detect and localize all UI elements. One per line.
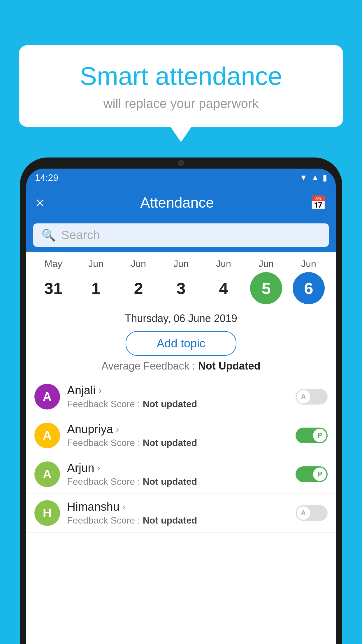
student-info: Anjali ›Feedback Score : Not updated xyxy=(67,384,289,410)
student-info: Anupriya ›Feedback Score : Not updated xyxy=(67,423,289,448)
calendar-day[interactable]: May31 xyxy=(34,258,72,304)
search-bar[interactable]: 🔍 Search xyxy=(33,223,329,247)
calendar-day[interactable]: Jun3 xyxy=(162,258,200,304)
student-name: Arjun › xyxy=(67,461,289,475)
cal-date: 3 xyxy=(165,272,197,304)
calendar-day[interactable]: Jun6 xyxy=(290,258,328,304)
phone-notch xyxy=(161,158,201,169)
search-bar-container: 🔍 Search xyxy=(26,219,336,252)
speech-bubble-container: Smart attendance will replace your paper… xyxy=(19,45,343,127)
attendance-toggle[interactable]: P xyxy=(296,428,328,443)
selected-date-label: Thursday, 06 June 2019 xyxy=(26,307,336,327)
status-icons: ▼ ▲ ▮ xyxy=(300,173,327,183)
student-feedback: Feedback Score : Not updated xyxy=(67,399,289,410)
toggle-knob: A xyxy=(297,506,310,520)
app-toolbar: × Attendance 📅 xyxy=(26,187,336,219)
toggle-knob: A xyxy=(297,390,310,403)
student-item[interactable]: AAnupriya ›Feedback Score : Not updatedP xyxy=(26,416,336,455)
cal-date: 4 xyxy=(208,272,240,304)
calendar-day[interactable]: Jun2 xyxy=(120,258,157,304)
chevron-icon: › xyxy=(97,463,100,473)
avg-feedback-value: Not Updated xyxy=(198,360,261,372)
cal-month: Jun xyxy=(259,258,274,269)
cal-month: Jun xyxy=(173,258,189,269)
add-topic-button[interactable]: Add topic xyxy=(126,331,236,356)
calendar-strip: May31Jun1Jun2Jun3Jun4Jun5Jun6 xyxy=(26,252,336,307)
search-icon: 🔍 xyxy=(41,228,56,242)
avatar: H xyxy=(34,500,60,526)
cal-date: 6 xyxy=(293,272,325,304)
toolbar-title: Attendance xyxy=(140,194,214,211)
phone-frame: 14:29 ▼ ▲ ▮ × Attendance 📅 🔍 Search May3… xyxy=(20,158,342,644)
cal-date: 2 xyxy=(122,272,154,304)
cal-month: May xyxy=(45,258,62,269)
status-time: 14:29 xyxy=(35,172,58,183)
bubble-title: Smart attendance xyxy=(36,61,326,91)
cal-date: 31 xyxy=(37,272,69,304)
cal-date: 1 xyxy=(80,272,112,304)
battery-icon: ▮ xyxy=(323,173,327,183)
student-item[interactable]: HHimanshu ›Feedback Score : Not updatedA xyxy=(26,494,336,533)
student-info: Arjun ›Feedback Score : Not updated xyxy=(67,461,289,487)
cal-month: Jun xyxy=(216,258,231,269)
close-button[interactable]: × xyxy=(36,194,44,211)
calendar-day[interactable]: Jun1 xyxy=(77,258,115,304)
avatar: A xyxy=(34,423,60,448)
calendar-icon[interactable]: 📅 xyxy=(310,195,326,211)
chevron-icon: › xyxy=(116,424,119,435)
attendance-toggle[interactable]: A xyxy=(296,389,328,405)
student-list: AAnjali ›Feedback Score : Not updatedAAA… xyxy=(26,377,336,533)
cal-month: Jun xyxy=(301,258,316,269)
cal-date: 5 xyxy=(250,272,282,304)
status-bar: 14:29 ▼ ▲ ▮ xyxy=(26,169,336,187)
cal-month: Jun xyxy=(88,258,103,269)
toggle-knob: P xyxy=(313,429,326,442)
student-feedback: Feedback Score : Not updated xyxy=(67,515,289,526)
attendance-toggle[interactable]: A xyxy=(296,505,328,521)
search-input[interactable]: Search xyxy=(61,228,100,242)
chevron-icon: › xyxy=(122,501,126,512)
cal-month: Jun xyxy=(131,258,146,269)
chevron-icon: › xyxy=(99,385,102,396)
attendance-toggle[interactable]: P xyxy=(296,466,328,482)
student-item[interactable]: AArjun ›Feedback Score : Not updatedP xyxy=(26,455,336,494)
student-feedback: Feedback Score : Not updated xyxy=(67,476,289,487)
bubble-subtitle: will replace your paperwork xyxy=(36,96,326,111)
student-name: Anupriya › xyxy=(67,423,289,436)
speech-bubble: Smart attendance will replace your paper… xyxy=(19,45,343,127)
signal-icon: ▲ xyxy=(311,173,319,182)
student-info: Himanshu ›Feedback Score : Not updated xyxy=(67,500,289,526)
avg-feedback-label: Average Feedback : xyxy=(101,360,195,372)
student-feedback: Feedback Score : Not updated xyxy=(67,438,289,448)
avatar: A xyxy=(34,384,60,410)
wifi-icon: ▼ xyxy=(300,173,308,182)
calendar-day[interactable]: Jun4 xyxy=(205,258,242,304)
student-name: Himanshu › xyxy=(67,500,289,513)
student-item[interactable]: AAnjali ›Feedback Score : Not updatedA xyxy=(26,377,336,416)
student-name: Anjali › xyxy=(67,384,289,397)
calendar-day[interactable]: Jun5 xyxy=(247,258,285,304)
app-screen: × Attendance 📅 🔍 Search May31Jun1Jun2Jun… xyxy=(26,187,336,644)
toggle-knob: P xyxy=(313,468,326,481)
avatar: A xyxy=(34,461,60,487)
camera-icon xyxy=(178,160,184,166)
average-feedback: Average Feedback : Not Updated xyxy=(26,360,336,372)
